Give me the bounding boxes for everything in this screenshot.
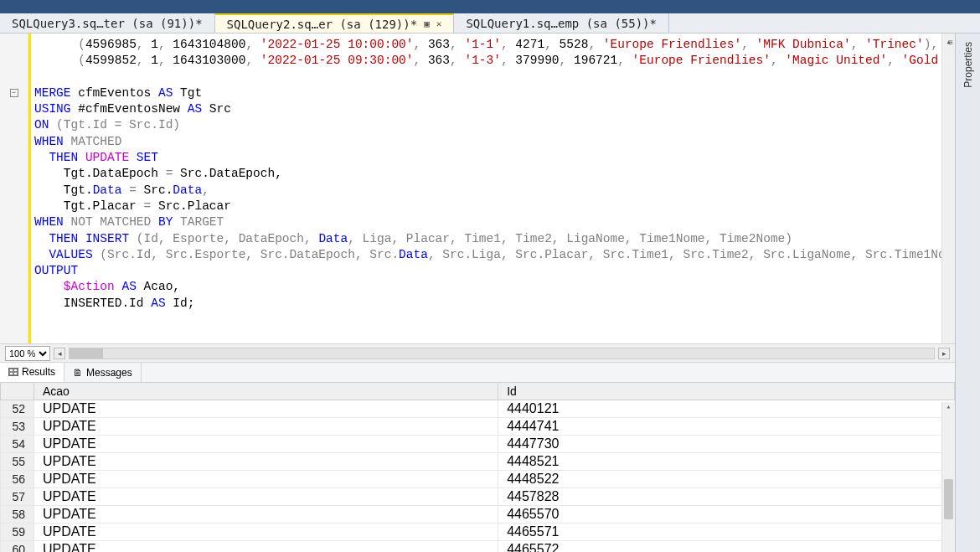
code-area[interactable]: (4596985, 1, 1643104800, '2022-01-25 10:…	[28, 34, 955, 343]
grid-corner	[1, 383, 34, 400]
scroll-up-icon[interactable]: ▴	[942, 402, 955, 411]
code-gutter: −	[0, 34, 28, 343]
table-row[interactable]: 59UPDATE4465571	[1, 524, 955, 541]
hscroll-left-icon[interactable]: ◂	[54, 348, 65, 359]
row-number: 56	[1, 471, 34, 488]
hscroll-right-icon[interactable]: ▸	[938, 348, 950, 359]
cell-acao[interactable]: UPDATE	[34, 453, 498, 471]
cell-id[interactable]: 4440121	[498, 400, 955, 418]
table-row[interactable]: 53UPDATE4444741	[1, 418, 955, 436]
cell-id[interactable]: 4448521	[498, 453, 955, 471]
row-number: 58	[1, 506, 34, 524]
row-number: 53	[1, 418, 34, 436]
tab-label: Results	[22, 366, 55, 378]
tab-label: SQLQuery3.sq…ter (sa (91))*	[12, 17, 203, 30]
row-number: 55	[1, 453, 34, 471]
vscroll-thumb[interactable]	[944, 479, 953, 519]
hscroll-thumb[interactable]	[70, 348, 103, 359]
editor-hscroll[interactable]	[69, 348, 935, 359]
editor-vscroll[interactable]: ≡ ▴	[941, 34, 955, 343]
row-number: 60	[1, 541, 34, 553]
cell-id[interactable]: 4457828	[498, 488, 955, 506]
row-number: 59	[1, 524, 34, 541]
tab-query1[interactable]: SQLQuery1.sq…emp (sa (55))*	[454, 13, 669, 33]
tab-label: SQLQuery1.sq…emp (sa (55))*	[466, 17, 657, 30]
table-row[interactable]: 52UPDATE4440121	[1, 400, 955, 418]
toolbar-strip	[0, 0, 980, 13]
row-number: 52	[1, 400, 34, 418]
tab-results[interactable]: Results	[0, 363, 64, 382]
document-tabs: SQLQuery3.sq…ter (sa (91))* SQLQuery2.sq…	[0, 13, 980, 34]
cell-id[interactable]: 4444741	[498, 418, 955, 436]
properties-label: Properties	[962, 42, 974, 88]
cell-id[interactable]: 4465572	[498, 541, 955, 553]
results-vscroll[interactable]: ▴	[941, 402, 955, 552]
split-icon[interactable]: ≡	[948, 39, 953, 48]
cell-id[interactable]: 4465571	[498, 524, 955, 541]
zoom-select[interactable]: 100 %	[5, 346, 50, 361]
close-icon[interactable]: ✕	[436, 18, 442, 29]
table-row[interactable]: 60UPDATE4465572	[1, 541, 955, 553]
table-row[interactable]: 57UPDATE4457828	[1, 488, 955, 506]
results-grid-wrap: Acao Id 52UPDATE444012153UPDATE444474154…	[0, 382, 955, 552]
tab-query3[interactable]: SQLQuery3.sq…ter (sa (91))*	[0, 13, 215, 33]
tab-label: Messages	[86, 367, 132, 379]
col-header-acao[interactable]: Acao	[34, 383, 498, 400]
results-grid[interactable]: Acao Id 52UPDATE444012153UPDATE444474154…	[0, 382, 955, 552]
cell-acao[interactable]: UPDATE	[34, 400, 498, 418]
col-header-id[interactable]: Id	[498, 383, 955, 400]
pin-icon[interactable]: ▣	[424, 18, 430, 29]
cell-acao[interactable]: UPDATE	[34, 471, 498, 488]
table-row[interactable]: 58UPDATE4465570	[1, 506, 955, 524]
row-number: 54	[1, 436, 34, 453]
fold-toggle-icon[interactable]: −	[10, 89, 18, 97]
cell-acao[interactable]: UPDATE	[34, 524, 498, 541]
editor-footer: 100 % ◂ ▸	[0, 343, 955, 362]
cell-acao[interactable]: UPDATE	[34, 488, 498, 506]
messages-icon: 🗎	[73, 367, 83, 379]
tab-messages[interactable]: 🗎 Messages	[64, 363, 142, 382]
row-number: 57	[1, 488, 34, 506]
sql-editor[interactable]: − (4596985, 1, 1643104800, '2022-01-25 1…	[0, 34, 955, 343]
cell-acao[interactable]: UPDATE	[34, 418, 498, 436]
tab-query2[interactable]: SQLQuery2.sq…er (sa (129))* ▣ ✕	[215, 13, 455, 33]
tab-label: SQLQuery2.sq…er (sa (129))*	[227, 18, 418, 31]
cell-id[interactable]: 4448522	[498, 471, 955, 488]
grid-icon	[8, 368, 18, 376]
cell-id[interactable]: 4465570	[498, 506, 955, 524]
properties-panel[interactable]: Properties	[955, 34, 980, 552]
table-row[interactable]: 54UPDATE4447730	[1, 436, 955, 453]
cell-acao[interactable]: UPDATE	[34, 436, 498, 453]
table-row[interactable]: 55UPDATE4448521	[1, 453, 955, 471]
table-row[interactable]: 56UPDATE4448522	[1, 471, 955, 488]
cell-id[interactable]: 4447730	[498, 436, 955, 453]
cell-acao[interactable]: UPDATE	[34, 506, 498, 524]
results-tabs: Results 🗎 Messages	[0, 362, 955, 382]
cell-acao[interactable]: UPDATE	[34, 541, 498, 553]
